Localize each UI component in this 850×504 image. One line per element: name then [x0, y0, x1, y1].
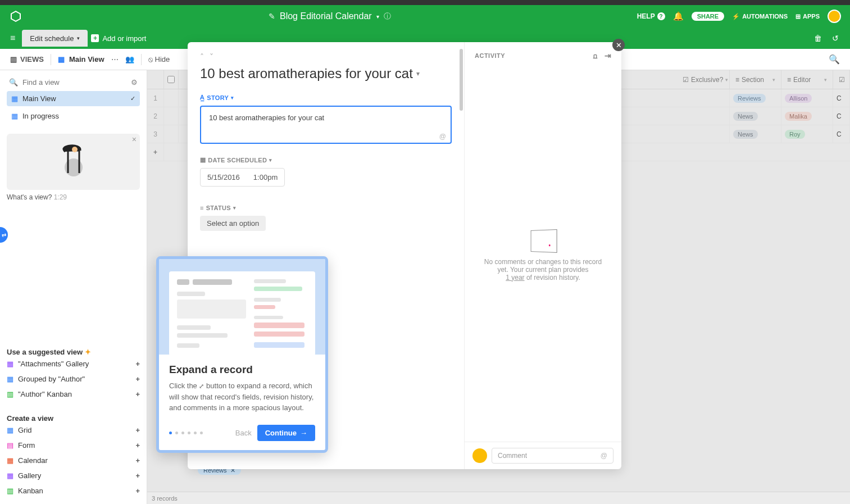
close-button[interactable]: ✕ — [612, 39, 625, 51]
views-toggle[interactable]: ▥ VIEWS — [10, 55, 44, 63]
bell-icon[interactable]: 🔔 — [673, 11, 684, 21]
select-field-icon: ≡ — [200, 205, 204, 211]
create-kanban[interactable]: ▥Kanban+ — [7, 483, 140, 498]
col-section[interactable]: ≡Section▾ — [730, 70, 781, 89]
gallery-icon: ▦ — [7, 360, 13, 368]
title-caret-icon[interactable]: ▾ — [376, 13, 379, 20]
base-title[interactable]: Blog Editorial Calendar — [280, 11, 372, 21]
more-icon[interactable]: ⋯ — [111, 55, 119, 63]
views-label: VIEWS — [20, 55, 44, 63]
plus-icon[interactable]: + — [135, 390, 140, 398]
history-icon[interactable]: ↺ — [832, 34, 839, 43]
arrow-right-icon: → — [300, 429, 307, 437]
search-icon[interactable]: 🔍 — [829, 55, 840, 64]
tour-continue-button[interactable]: Continue → — [257, 425, 315, 441]
avatar[interactable] — [828, 10, 841, 23]
table-list-icon[interactable]: ≡ — [10, 33, 15, 43]
caret-icon[interactable]: ▾ — [824, 77, 827, 83]
mention-icon[interactable]: @ — [439, 133, 446, 140]
trash-icon[interactable]: 🗑 — [814, 34, 822, 43]
promo-card[interactable]: × — [7, 134, 140, 190]
plus-icon[interactable]: + — [135, 441, 140, 449]
field-menu-caret-icon[interactable]: ▾ — [233, 205, 236, 211]
create-gallery[interactable]: ▦Gallery+ — [7, 468, 140, 483]
gear-icon[interactable]: ⚙ — [131, 78, 138, 87]
field-menu-caret-icon[interactable]: ▾ — [231, 95, 234, 101]
plus-icon[interactable]: + — [135, 456, 140, 465]
current-view[interactable]: ▦ Main View — [58, 55, 104, 63]
plus-icon[interactable]: + — [135, 360, 140, 368]
help-button[interactable]: HELP ? — [637, 12, 665, 20]
hide-fields-button[interactable]: ⦸ Hide — [148, 55, 170, 64]
cell-end[interactable]: C — [833, 107, 850, 125]
select-all-checkbox[interactable] — [167, 76, 175, 83]
field-label-status[interactable]: ≡ STATUS ▾ — [200, 205, 452, 211]
plus-icon[interactable]: + — [135, 375, 140, 383]
share-view-icon[interactable]: 👥 — [125, 55, 134, 63]
row-checkbox-cell[interactable] — [164, 89, 179, 107]
cell-end[interactable]: C — [833, 89, 850, 107]
create-form[interactable]: ▤Form+ — [7, 438, 140, 453]
suggested-author-kanban[interactable]: ▥"Author" Kanban+ — [7, 387, 140, 402]
close-icon[interactable]: × — [132, 135, 137, 144]
col-exclusive[interactable]: ☑Exclusive?▾ — [677, 70, 730, 89]
collapse-icon[interactable]: ⇥ — [604, 51, 612, 60]
create-grid[interactable]: ▦Grid+ — [7, 423, 140, 438]
tab-edit-schedule[interactable]: Edit schedule ▾ — [22, 30, 88, 47]
scrollbar[interactable] — [460, 49, 463, 111]
cell-exclusive[interactable] — [677, 125, 730, 143]
status-select[interactable]: Select an option — [200, 216, 266, 231]
sidebar-view-inprogress[interactable]: ▦ In progress — [7, 108, 140, 124]
info-icon[interactable]: ⓘ — [384, 11, 391, 21]
plus-icon[interactable]: + — [135, 426, 140, 434]
cell-section[interactable]: News — [730, 125, 781, 143]
apps-button[interactable]: ⊞ APPS — [796, 13, 820, 20]
row-checkbox-cell[interactable] — [164, 125, 179, 143]
empty-illustration — [530, 229, 557, 252]
comment-input[interactable]: Comment @ — [492, 448, 613, 464]
next-record-icon[interactable]: ˅ — [210, 52, 213, 61]
field-label-date[interactable]: ▦ DATE SCHEDULED ▾ — [200, 156, 452, 164]
add-or-import-button[interactable]: + Add or import — [91, 34, 146, 43]
find-view-input[interactable] — [22, 78, 126, 87]
title-menu-caret-icon[interactable]: ▾ — [416, 70, 420, 78]
field-label-story[interactable]: A̲ STORY ▾ — [200, 94, 452, 101]
plus-icon[interactable]: + — [135, 487, 140, 495]
cell-editor[interactable]: Allison — [781, 89, 833, 107]
empty-text-2: 1 year — [506, 274, 524, 281]
sidebar-view-main[interactable]: ▦ Main View ✓ — [7, 91, 140, 106]
cell-editor[interactable]: Malika — [781, 107, 833, 125]
col-editor[interactable]: ≡Editor▾ — [781, 70, 833, 89]
logo-icon[interactable] — [9, 10, 22, 23]
cell-section[interactable]: News — [730, 107, 781, 125]
share-button[interactable]: SHARE — [692, 12, 725, 21]
apps-icon: ⊞ — [796, 13, 801, 20]
mention-icon[interactable]: @ — [601, 452, 607, 460]
cell-section[interactable]: Reviews — [730, 89, 781, 107]
suggested-label: Use a suggested view — [7, 348, 83, 356]
checkbox-header[interactable] — [164, 70, 179, 89]
rss-icon[interactable]: ⩍ — [593, 51, 598, 60]
col-more[interactable]: ☑ — [833, 70, 850, 89]
field-menu-caret-icon[interactable]: ▾ — [269, 157, 272, 163]
promo-caption[interactable]: What's a view? 1:29 — [7, 193, 140, 201]
edit-title-icon[interactable]: ✎ — [269, 12, 275, 21]
tour-back-button[interactable]: Back — [235, 429, 252, 437]
row-checkbox-cell[interactable] — [164, 107, 179, 125]
caret-icon[interactable]: ▾ — [725, 77, 728, 83]
record-title[interactable]: 10 best aromatherapies for your cat ▾ — [200, 66, 452, 81]
date-input[interactable]: 5/15/2016 1:00pm — [200, 168, 285, 187]
story-input[interactable]: 10 best aromatherapies for your cat @ — [200, 106, 452, 144]
prev-record-icon[interactable]: ˄ — [200, 52, 204, 61]
plus-icon[interactable]: + — [135, 471, 140, 480]
create-calendar[interactable]: ▦Calendar+ — [7, 453, 140, 468]
suggested-attachments-gallery[interactable]: ▦"Attachments" Gallery+ — [7, 356, 140, 371]
cell-end[interactable]: C — [833, 125, 850, 143]
cell-exclusive[interactable] — [677, 89, 730, 107]
cell-editor[interactable]: Roy — [781, 125, 833, 143]
cell-exclusive[interactable] — [677, 107, 730, 125]
automations-button[interactable]: ⚡ AUTOMATIONS — [732, 13, 788, 20]
caret-icon[interactable]: ▾ — [772, 77, 775, 83]
add-or-import-label: Add or import — [102, 34, 146, 43]
suggested-grouped-author[interactable]: ▦Grouped by "Author"+ — [7, 371, 140, 387]
